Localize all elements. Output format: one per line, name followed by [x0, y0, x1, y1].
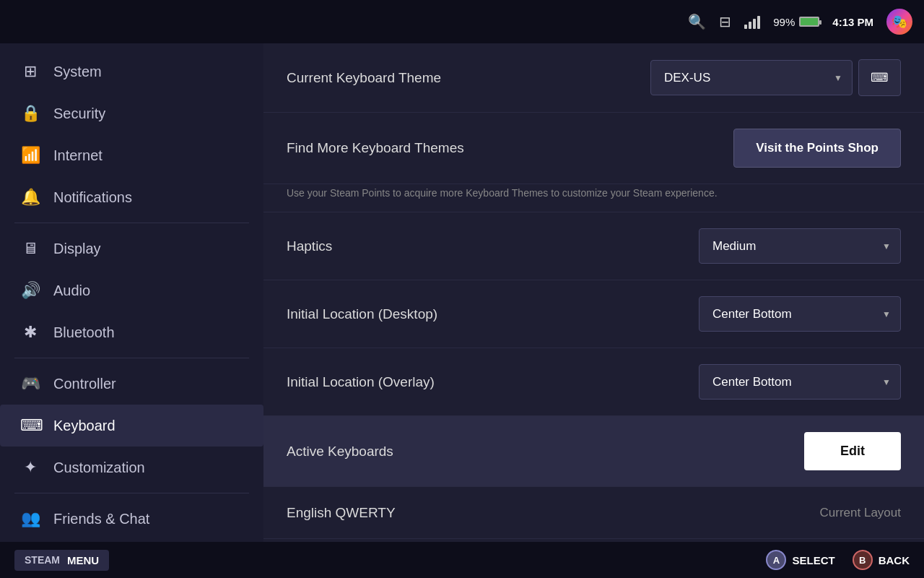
keyboard-icon: ⌨ [20, 416, 40, 435]
theme-expand-btn[interactable]: ⌨ [858, 59, 901, 96]
current-theme-label: Current Keyboard Theme [287, 70, 650, 86]
system-icon: ⊞ [20, 62, 40, 81]
wifi-icon: 📶 [20, 146, 40, 165]
sidebar-item-internet[interactable]: 📶 Internet [0, 134, 263, 176]
english-qwerty-row: English QWERTY Current Layout [263, 487, 924, 539]
haptics-row: Haptics Low Medium High Off [263, 212, 924, 280]
audio-icon: 🔊 [20, 281, 40, 300]
sidebar-item-customization[interactable]: ✦ Customization [0, 447, 263, 488]
search-icon[interactable]: 🔍 [688, 13, 706, 30]
user-avatar[interactable]: 🎭 [886, 9, 912, 35]
menu-label: MENU [67, 554, 99, 566]
initial-overlay-dropdown-wrap: Top Left Top Center Top Right Center Lef… [699, 364, 901, 400]
display-icon: 🖥 [20, 239, 40, 258]
select-action: A SELECT [766, 550, 834, 570]
bluetooth-icon: ✱ [20, 323, 40, 342]
current-theme-dropdown-wrap: DEX-US [650, 60, 853, 95]
sidebar-divider-2 [14, 358, 249, 358]
downloads-icon[interactable]: ⊟ [719, 13, 731, 30]
customization-icon: ✦ [20, 458, 40, 477]
bottombar: STEAM MENU A SELECT B BACK [0, 542, 924, 578]
haptics-dropdown[interactable]: Low Medium High Off [699, 228, 901, 264]
back-action: B BACK [853, 550, 910, 570]
b-button[interactable]: B [853, 550, 873, 570]
haptics-label: Haptics [287, 238, 699, 254]
sidebar: ⊞ System 🔒 Security 📶 Internet 🔔 Notific… [0, 43, 263, 542]
sidebar-item-display[interactable]: 🖥 Display [0, 228, 263, 269]
english-qwerty-label: English QWERTY [287, 505, 820, 521]
sidebar-item-controller[interactable]: 🎮 Controller [0, 363, 263, 405]
initial-desktop-dropdown-wrap: Top Left Top Center Top Right Center Lef… [699, 296, 901, 332]
clock: 4:13 PM [832, 16, 873, 28]
friends-icon: 👥 [20, 509, 40, 528]
controller-icon: 🎮 [20, 374, 40, 393]
bottom-actions: A SELECT B BACK [766, 550, 910, 570]
sidebar-item-bluetooth[interactable]: ✱ Bluetooth [0, 311, 263, 353]
a-button[interactable]: A [766, 550, 786, 570]
haptics-dropdown-wrap: Low Medium High Off [699, 228, 901, 264]
wifi-icon [744, 14, 760, 29]
initial-location-overlay-label: Initial Location (Overlay) [287, 374, 699, 390]
settings-content: Current Keyboard Theme DEX-US ⌨ Find Mor… [263, 43, 924, 542]
main-layout: ⊞ System 🔒 Security 📶 Internet 🔔 Notific… [0, 43, 924, 542]
initial-location-overlay-row: Initial Location (Overlay) Top Left Top … [263, 348, 924, 416]
active-keyboards-row: Active Keyboards Edit [263, 416, 924, 487]
topbar: 🔍 ⊟ 99% 4:13 PM 🎭 [0, 0, 924, 43]
visit-points-shop-button[interactable]: Visit the Points Shop [733, 129, 901, 168]
sidebar-divider-1 [14, 223, 249, 223]
steam-menu-button[interactable]: STEAM MENU [14, 550, 109, 571]
current-theme-dropdown[interactable]: DEX-US [650, 60, 853, 95]
edit-button[interactable]: Edit [804, 432, 901, 470]
sidebar-item-friends[interactable]: 👥 Friends & Chat [0, 498, 263, 540]
sidebar-item-notifications[interactable]: 🔔 Notifications [0, 176, 263, 218]
find-themes-label: Find More Keyboard Themes [287, 140, 733, 156]
active-keyboards-label: Active Keyboards [287, 444, 804, 460]
initial-location-desktop-label: Initial Location (Desktop) [287, 306, 699, 322]
current-theme-row: Current Keyboard Theme DEX-US ⌨ [263, 43, 924, 113]
current-layout-label: Current Layout [820, 506, 901, 520]
bell-icon: 🔔 [20, 188, 40, 207]
steam-label: STEAM [25, 554, 60, 566]
sidebar-divider-3 [14, 493, 249, 493]
sidebar-item-system[interactable]: ⊞ System [0, 51, 263, 92]
find-themes-row: Find More Keyboard Themes Visit the Poin… [263, 113, 924, 184]
initial-overlay-dropdown[interactable]: Top Left Top Center Top Right Center Lef… [699, 364, 901, 400]
sidebar-item-security[interactable]: 🔒 Security [0, 92, 263, 134]
sidebar-item-audio[interactable]: 🔊 Audio [0, 269, 263, 311]
initial-location-desktop-row: Initial Location (Desktop) Top Left Top … [263, 280, 924, 348]
points-desc: Use your Steam Points to acquire more Ke… [263, 184, 924, 212]
lock-icon: 🔒 [20, 104, 40, 123]
initial-desktop-dropdown[interactable]: Top Left Top Center Top Right Center Lef… [699, 296, 901, 332]
battery-icon [799, 17, 819, 27]
sidebar-item-keyboard[interactable]: ⌨ Keyboard [0, 405, 263, 447]
battery-status: 99% [773, 16, 819, 28]
